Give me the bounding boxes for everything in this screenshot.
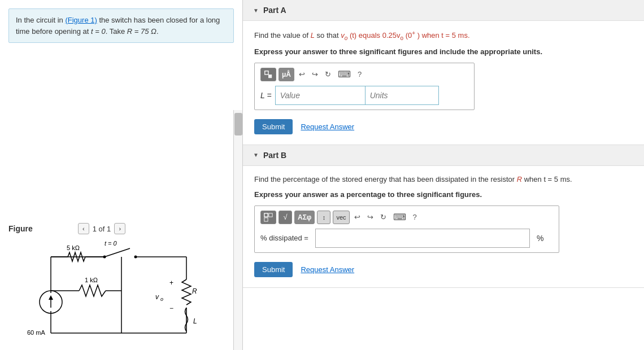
part-a-request-link[interactable]: Request Answer — [301, 123, 354, 131]
svg-line-16 — [105, 248, 130, 257]
help-button-b[interactable]: ? — [411, 213, 419, 221]
vec-button[interactable]: vec — [333, 211, 349, 224]
keyboard-button[interactable]: ⌨ — [336, 69, 353, 80]
svg-rect-21 — [265, 71, 268, 75]
r1-label: 1 kΩ — [85, 277, 98, 283]
part-a-submit-button[interactable]: Submit — [254, 119, 293, 134]
part-a-answer-row: L = — [260, 86, 468, 105]
svg-point-18 — [134, 256, 137, 259]
minus-label: − — [169, 304, 173, 312]
figure-nav: ‹ 1 of 1 › — [78, 223, 126, 234]
part-a-q2: so that — [315, 31, 341, 40]
scrollbar[interactable] — [233, 110, 242, 350]
redo-button-b[interactable]: ↪ — [365, 213, 376, 221]
part-a-instruction: Express your answer to three significant… — [254, 47, 633, 56]
fraction-svg — [264, 69, 273, 80]
current-label: 60 mA — [27, 329, 45, 336]
part-a-actions: Submit Request Answer — [254, 119, 633, 134]
figure-link[interactable]: (Figure 1) — [65, 16, 97, 24]
inductor-label: L — [193, 317, 197, 325]
part-a-q1: Find the value of — [254, 31, 311, 40]
part-b-answer-row: % dissipated = % — [260, 229, 553, 248]
redo-button[interactable]: ↪ — [310, 70, 320, 78]
voltage-sub: o — [160, 296, 163, 302]
part-b-percent-input[interactable] — [315, 229, 530, 248]
part-b-toolbar: √ ΑΣφ ↕ vec ↩ ↪ ↻ ⌨ ? — [260, 211, 553, 224]
keyboard-button-b[interactable]: ⌨ — [391, 212, 408, 222]
part-a-section: ▼ Part A Find the value of L so that vo … — [243, 0, 644, 145]
part-a-question: Find the value of L so that vo (t) equal… — [254, 29, 633, 43]
part-a-math-box: μÅ ↩ ↪ ↻ ⌨ ? L = — [254, 63, 475, 110]
r3-label: R — [192, 287, 197, 295]
circuit-svg: 60 mA 1 kΩ t = 0 — [17, 234, 220, 344]
fraction-icon-button[interactable] — [260, 68, 276, 81]
part-a-label: Part A — [263, 6, 286, 15]
svg-rect-25 — [264, 218, 268, 221]
part-b-content: Find the percentage of the stored energy… — [243, 166, 644, 287]
updown-button[interactable]: ↕ — [317, 211, 330, 224]
matrix-icon-button-b[interactable] — [260, 211, 276, 224]
undo-button-b[interactable]: ↩ — [352, 213, 363, 221]
symbol-button[interactable]: μÅ — [279, 68, 294, 81]
undo-button[interactable]: ↩ — [297, 70, 307, 78]
part-a-units-input[interactable] — [365, 86, 439, 105]
svg-rect-23 — [264, 213, 268, 217]
sqrt-icon-button[interactable]: √ — [279, 211, 292, 224]
circuit-diagram: 60 mA 1 kΩ t = 0 — [6, 234, 231, 344]
problem-text-prefix: In the circuit in — [16, 16, 65, 24]
part-a-content: Find the value of L so that vo (t) equal… — [243, 21, 644, 145]
part-b-suffix: % — [537, 234, 543, 243]
r2-label: 5 kΩ — [67, 244, 80, 251]
part-b-section: ▼ Part B Find the percentage of the stor… — [243, 145, 644, 288]
nav-counter: 1 of 1 — [93, 225, 111, 233]
part-b-prefix: % dissipated = — [260, 234, 308, 242]
part-b-question: Find the percentage of the stored energy… — [254, 174, 633, 186]
switch-label: t = 0 — [105, 240, 118, 247]
part-a-value-input[interactable] — [275, 86, 365, 105]
plus-label: + — [169, 279, 173, 287]
right-panel: ▼ Part A Find the value of L so that vo … — [243, 0, 644, 350]
nav-next-button[interactable]: › — [114, 223, 125, 234]
nav-prev-button[interactable]: ‹ — [78, 223, 89, 234]
part-b-header: ▼ Part B — [243, 145, 644, 166]
part-b-collapse-icon[interactable]: ▼ — [253, 152, 259, 158]
sigma-button[interactable]: ΑΣφ — [294, 211, 315, 224]
part-b-instruction: Express your answer as a percentage to t… — [254, 190, 633, 199]
refresh-button[interactable]: ↻ — [323, 70, 333, 78]
scrollbar-thumb[interactable] — [234, 113, 242, 135]
part-a-answer-label: L = — [260, 91, 272, 100]
part-a-collapse-icon[interactable]: ▼ — [253, 7, 259, 14]
matrix-svg-b — [264, 212, 273, 222]
refresh-button-b[interactable]: ↻ — [378, 213, 389, 221]
part-b-label: Part B — [263, 151, 286, 160]
svg-rect-24 — [269, 213, 272, 217]
voltage-label: v — [155, 293, 159, 301]
help-button-a[interactable]: ? — [355, 70, 364, 78]
part-b-request-link[interactable]: Request Answer — [301, 265, 354, 274]
part-b-actions: Submit Request Answer — [254, 262, 633, 277]
svg-rect-22 — [268, 75, 272, 78]
part-a-toolbar: μÅ ↩ ↪ ↻ ⌨ ? — [260, 68, 468, 81]
part-b-submit-button[interactable]: Submit — [254, 262, 293, 277]
svg-marker-11 — [49, 295, 53, 300]
left-panel: In the circuit in (Figure 1) the switch … — [0, 0, 243, 350]
problem-statement: In the circuit in (Figure 1) the switch … — [8, 8, 234, 43]
part-a-header: ▼ Part A — [243, 0, 644, 21]
figure-label: Figure — [8, 224, 33, 233]
part-b-math-box: √ ΑΣφ ↕ vec ↩ ↪ ↻ ⌨ ? — [254, 205, 559, 253]
